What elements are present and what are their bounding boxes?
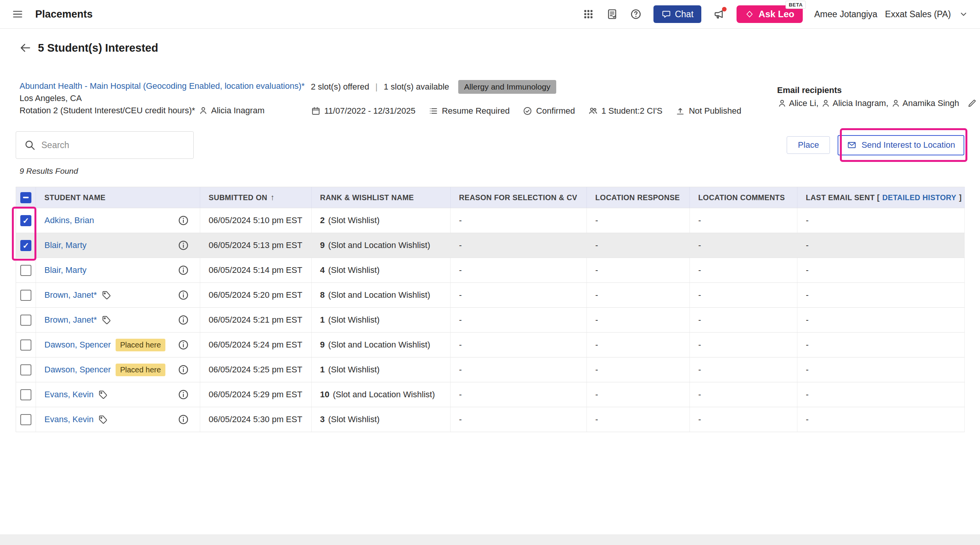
send-interest-button[interactable]: Send Interest to Location <box>838 135 964 155</box>
students-table-wrap: STUDENT NAME SUBMITTED ON↑ RANK & WISHLI… <box>16 187 964 432</box>
info-icon[interactable] <box>178 240 189 251</box>
last-email-cell: - <box>797 208 965 233</box>
location-comments-cell: - <box>690 308 797 333</box>
wishlist-name: (Slot Wishlist) <box>328 315 379 325</box>
student-name-link[interactable]: Blair, Marty <box>44 240 87 250</box>
search-box[interactable] <box>16 131 194 159</box>
email-recipients-block: Email recipients Alice Li, Alicia Inagra… <box>777 80 964 117</box>
row-checkbox[interactable] <box>20 240 31 251</box>
location-comments-cell: - <box>690 333 797 357</box>
publish-icon <box>675 106 685 116</box>
student-name-link[interactable]: Adkins, Brian <box>44 215 94 225</box>
header-location-comments[interactable]: LOCATION COMMENTS <box>690 187 797 208</box>
rank-number: 1 <box>320 315 325 325</box>
student-name-link[interactable]: Evans, Kevin <box>44 414 93 424</box>
people-icon <box>588 106 598 116</box>
location-comments-cell: - <box>690 407 797 432</box>
apps-grid-icon[interactable] <box>582 8 595 20</box>
info-icon[interactable] <box>178 215 189 226</box>
location-comments-cell: - <box>690 233 797 258</box>
student-name-link[interactable]: Evans, Kevin <box>44 390 93 400</box>
sort-asc-icon[interactable]: ↑ <box>270 193 274 202</box>
reason-cell: - <box>451 407 587 432</box>
info-icon[interactable] <box>178 389 189 400</box>
person-icon <box>777 98 787 108</box>
row-checkbox[interactable] <box>20 290 31 301</box>
last-email-cell: - <box>797 407 965 432</box>
wishlist-name: (Slot Wishlist) <box>328 215 379 225</box>
page-heading: 5 Student(s) Interested <box>38 42 158 54</box>
table-row: Brown, Janet* 06/05/2024 5:21 pm EST 1(S… <box>16 308 965 333</box>
wishlist-name: (Slot Wishlist) <box>328 265 379 275</box>
student-name-link[interactable]: Blair, Marty <box>44 265 87 275</box>
form-check-icon[interactable] <box>606 8 618 20</box>
back-arrow-icon[interactable] <box>19 41 32 54</box>
info-icon[interactable] <box>178 289 189 301</box>
select-all-checkbox[interactable] <box>20 192 31 203</box>
student-name-link[interactable]: Brown, Janet* <box>44 315 97 325</box>
row-checkbox[interactable] <box>20 414 31 425</box>
last-email-cell: - <box>797 357 965 382</box>
reason-cell: - <box>451 258 587 283</box>
tag-icon <box>98 414 108 424</box>
submitted-on-cell: 06/05/2024 5:14 pm EST <box>200 258 312 283</box>
topbar: Placements <box>0 0 980 29</box>
announcements-icon[interactable] <box>713 8 725 20</box>
ask-leo-button[interactable]: Ask Leo BETA <box>737 5 803 23</box>
recipient-name: Alicia Inagram, <box>833 98 889 108</box>
info-icon[interactable] <box>178 264 189 276</box>
help-icon[interactable] <box>630 8 642 20</box>
student-name-link[interactable]: Dawson, Spencer <box>44 365 111 375</box>
location-name-link[interactable]: Abundant Health - Main Hospital (Geocodi… <box>20 80 305 92</box>
student-name-link[interactable]: Dawson, Spencer <box>44 340 111 350</box>
info-icon[interactable] <box>178 314 189 326</box>
last-email-cell: - <box>797 233 965 258</box>
edit-recipients-icon[interactable] <box>967 98 977 108</box>
header-reason-cv[interactable]: REASON FOR SELECTION & CV <box>451 187 587 208</box>
header-submitted-on[interactable]: SUBMITTED ON↑ <box>200 187 312 208</box>
location-response-cell: - <box>587 308 690 333</box>
row-checkbox[interactable] <box>20 339 31 351</box>
reason-cell: - <box>451 382 587 407</box>
location-response-cell: - <box>587 333 690 357</box>
page-title: Placements <box>35 8 93 20</box>
person-icon <box>821 98 831 108</box>
header-rank-wishlist[interactable]: RANK & WISHLIST NAME <box>312 187 451 208</box>
hamburger-menu-icon[interactable] <box>11 8 24 20</box>
info-icon[interactable] <box>178 414 189 425</box>
published-item: Not Published <box>675 106 741 116</box>
location-response-cell: - <box>587 208 690 233</box>
header-submitted-label: SUBMITTED ON <box>209 193 267 202</box>
header-student-name[interactable]: STUDENT NAME <box>36 187 200 208</box>
detailed-history-link[interactable]: DETAILED HISTORY <box>882 193 956 202</box>
header-location-response[interactable]: LOCATION RESPONSE <box>587 187 690 208</box>
table-row: Evans, Kevin 06/05/2024 5:30 pm EST 3(Sl… <box>16 407 965 432</box>
last-email-suffix: ] <box>959 193 962 202</box>
email-recipient: Alice Li, <box>777 98 818 108</box>
wishlist-name: (Slot and Location Wishlist) <box>328 290 430 300</box>
wishlist-name: (Slot and Location Wishlist) <box>333 390 435 399</box>
calendar-icon <box>311 106 321 116</box>
submitted-on-cell: 06/05/2024 5:21 pm EST <box>200 308 312 333</box>
row-checkbox[interactable] <box>20 265 31 276</box>
row-checkbox[interactable] <box>20 215 31 226</box>
submitted-on-cell: 06/05/2024 5:29 pm EST <box>200 382 312 407</box>
info-icon[interactable] <box>178 339 189 351</box>
person-icon <box>198 106 208 116</box>
wishlist-name: (Slot and Location Wishlist) <box>328 340 430 349</box>
published-status: Not Published <box>689 106 741 116</box>
row-checkbox[interactable] <box>20 315 31 326</box>
place-button[interactable]: Place <box>787 136 830 154</box>
student-name-link[interactable]: Brown, Janet* <box>44 290 97 300</box>
location-response-cell: - <box>587 258 690 283</box>
account-menu[interactable]: Amee Jotangiya Exxat Sales (PA) <box>814 9 969 20</box>
submitted-on-cell: 06/05/2024 5:13 pm EST <box>200 233 312 258</box>
location-comments-cell: - <box>690 208 797 233</box>
row-checkbox[interactable] <box>20 364 31 375</box>
chat-button[interactable]: Chat <box>653 5 701 23</box>
search-input[interactable] <box>41 140 186 150</box>
submitted-on-cell: 06/05/2024 5:10 pm EST <box>200 208 312 233</box>
location-comments-cell: - <box>690 357 797 382</box>
info-icon[interactable] <box>178 364 189 375</box>
row-checkbox[interactable] <box>20 389 31 400</box>
